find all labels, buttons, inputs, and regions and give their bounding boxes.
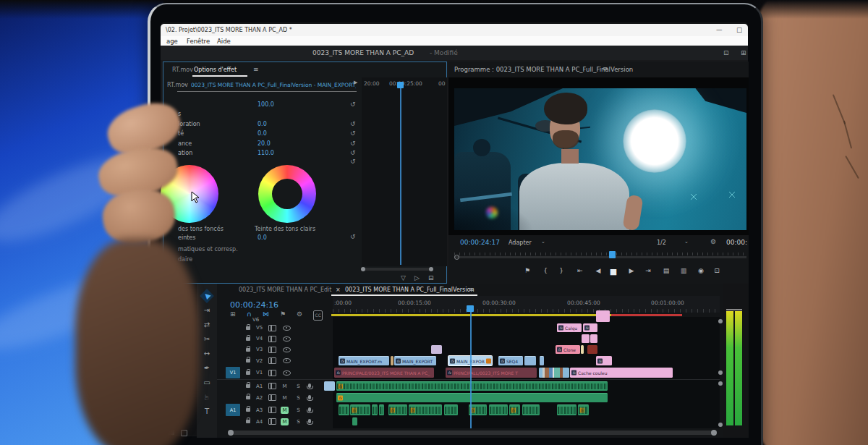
- panel-menu-icon[interactable]: ≡: [469, 286, 475, 293]
- program-scrubber[interactable]: [454, 256, 746, 258]
- fit-dropdown[interactable]: Adapter: [509, 240, 532, 246]
- timeline-playhead-line[interactable]: [470, 306, 472, 428]
- highlight-tint-wheel[interactable]: [258, 165, 316, 223]
- comparison-view-icon[interactable]: ⊡: [712, 267, 722, 274]
- scrollbar-handle[interactable]: [718, 370, 723, 375]
- track-output-eye-icon[interactable]: [283, 326, 291, 331]
- solo-button[interactable]: S: [295, 407, 302, 414]
- reset-button[interactable]: ↺: [350, 140, 356, 147]
- track-name-A1[interactable]: A1: [256, 383, 263, 389]
- reset-button[interactable]: ↺: [350, 149, 356, 156]
- lift-icon[interactable]: ▤: [661, 267, 671, 274]
- voiceover-mic-icon[interactable]: [308, 407, 311, 412]
- solo-button[interactable]: S: [295, 394, 302, 402]
- sync-lock-icon[interactable]: [268, 383, 276, 389]
- track-name-A2[interactable]: A2: [256, 395, 263, 401]
- chevron-down-icon[interactable]: ⌄: [541, 239, 545, 245]
- timeline-clip[interactable]: fx: [350, 404, 370, 415]
- voiceover-mic-icon[interactable]: [308, 395, 311, 399]
- nest-insert-icon[interactable]: ⊞: [230, 310, 236, 318]
- timeline-clip[interactable]: [582, 334, 590, 343]
- ripple-edit-tool[interactable]: ⇄: [202, 320, 212, 330]
- menu-item-montage[interactable]: age: [166, 38, 178, 45]
- lock-icon[interactable]: [246, 371, 250, 375]
- timeline-clip[interactable]: fx: [469, 404, 487, 415]
- mute-button[interactable]: M: [281, 383, 289, 390]
- section-color-wheels[interactable]: matiques et corresp.: [178, 246, 238, 253]
- track-name-V3[interactable]: V3: [256, 347, 263, 352]
- timeline-clip[interactable]: fxCache couleu: [570, 368, 673, 378]
- track-name-A4[interactable]: A4: [256, 419, 263, 425]
- timeline-clip[interactable]: [596, 310, 610, 322]
- timeline-clip[interactable]: fxPRINCIPALL/0023_ITS MORE T: [446, 368, 537, 378]
- maximize-button[interactable]: □: [736, 26, 742, 33]
- track-output-eye-icon[interactable]: [283, 347, 291, 352]
- scrubber-knob[interactable]: [454, 255, 459, 260]
- panel-menu-icon[interactable]: ≡: [253, 66, 259, 73]
- track-name-V4[interactable]: V4: [256, 336, 263, 342]
- timeline-clip[interactable]: fxClone: [556, 345, 580, 354]
- hand-tool[interactable]: ☞: [202, 392, 212, 402]
- mute-button[interactable]: M: [281, 394, 289, 402]
- solo-button[interactable]: S: [295, 383, 302, 390]
- mark-out-icon[interactable]: }: [556, 267, 566, 274]
- go-to-out-icon[interactable]: ⇥: [643, 267, 653, 274]
- scrollbar-handle[interactable]: [361, 267, 365, 271]
- timeline-clip[interactable]: fx: [336, 381, 608, 391]
- scrollbar-handle[interactable]: [429, 267, 433, 271]
- menu-item-fenetre[interactable]: Fenêtre: [187, 38, 210, 45]
- timeline-clip[interactable]: [581, 345, 584, 354]
- timeline-clip[interactable]: fx: [409, 404, 442, 415]
- effect-param-value[interactable]: 20.0: [258, 140, 271, 147]
- captions-icon[interactable]: CC: [313, 310, 323, 321]
- tab-effect-controls[interactable]: Options d'effet: [194, 67, 237, 73]
- lock-icon[interactable]: [246, 396, 250, 399]
- play-audio-icon[interactable]: ▶: [354, 80, 357, 85]
- timeline-clip[interactable]: [431, 345, 442, 354]
- quick-export-icon[interactable]: ⊞: [741, 49, 746, 56]
- menu-item-aide[interactable]: Aide: [217, 38, 231, 45]
- sync-lock-icon[interactable]: [268, 407, 276, 413]
- timeline-clip[interactable]: [524, 356, 536, 365]
- chevron-down-icon[interactable]: ⌄: [183, 81, 187, 87]
- razor-tool[interactable]: ✂: [202, 334, 212, 344]
- scrollbar-handle[interactable]: [718, 319, 723, 323]
- effect-param-value[interactable]: 0.0: [258, 130, 267, 137]
- mute-button[interactable]: M: [281, 407, 289, 414]
- lock-icon[interactable]: [246, 359, 250, 363]
- tab-sequence-final[interactable]: 0023_ITS MORE THAN A PC_Full_FinalVersio…: [345, 287, 474, 293]
- program-playhead[interactable]: [609, 251, 616, 258]
- scrollbar-handle[interactable]: [718, 381, 723, 386]
- sync-lock-icon[interactable]: [268, 370, 276, 376]
- chevron-down-icon[interactable]: ⌄: [684, 239, 689, 245]
- pen-tool[interactable]: ✒: [202, 363, 212, 373]
- timeline-clip[interactable]: fx: [583, 323, 597, 332]
- timeline-clip[interactable]: [590, 334, 597, 343]
- timeline-clip[interactable]: [522, 404, 540, 415]
- scrollbar-handle[interactable]: [228, 430, 234, 436]
- lock-icon[interactable]: [246, 348, 250, 352]
- lock-icon[interactable]: [246, 420, 250, 423]
- track-select-forward-tool[interactable]: ⇥: [202, 305, 212, 315]
- timeline-clip[interactable]: fxCalqu: [557, 323, 582, 332]
- timeline-clip[interactable]: [539, 368, 569, 378]
- lock-icon[interactable]: [246, 408, 250, 412]
- scrollbar-handle[interactable]: [711, 430, 717, 436]
- timeline-clip[interactable]: [489, 404, 508, 415]
- lock-icon[interactable]: [246, 337, 250, 341]
- snap-icon[interactable]: ∩: [247, 310, 252, 318]
- reset-button[interactable]: ↺: [350, 120, 356, 127]
- linked-selection-icon[interactable]: ⋈: [263, 310, 269, 318]
- pin-to-clip-icon[interactable]: ⊟: [428, 274, 434, 281]
- step-forward-icon[interactable]: ▶: [626, 267, 637, 274]
- timeline-clip[interactable]: [379, 404, 384, 415]
- timeline-clip[interactable]: [587, 345, 597, 354]
- sync-lock-icon[interactable]: [268, 357, 276, 364]
- play-stop-icon[interactable]: ■: [608, 267, 618, 276]
- sync-lock-icon[interactable]: [268, 394, 276, 401]
- extract-icon[interactable]: ▥: [678, 267, 689, 274]
- horizontal-scrollbar[interactable]: [230, 431, 715, 435]
- timeline-clip[interactable]: fx: [578, 404, 589, 415]
- voiceover-mic-icon[interactable]: [308, 383, 311, 388]
- timeline-clip[interactable]: fx: [596, 356, 612, 365]
